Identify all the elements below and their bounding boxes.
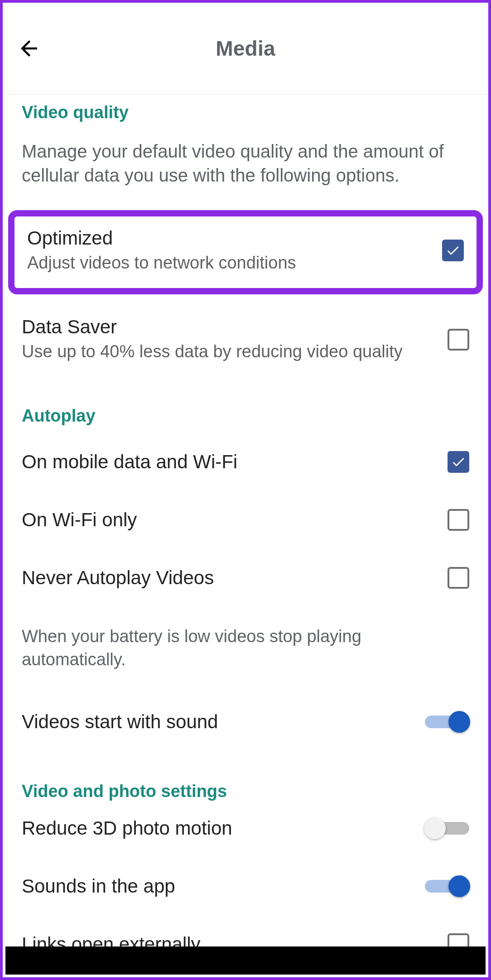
autoplay-wifi-only-label: On Wi-Fi only [22,509,438,531]
header: Media [3,3,488,95]
data-saver-checkbox[interactable] [448,329,469,351]
autoplay-mobile-wifi-row[interactable]: On mobile data and Wi-Fi [3,433,488,491]
autoplay-never-checkbox[interactable] [448,567,469,589]
reduce-3d-row[interactable]: Reduce 3D photo motion [3,808,488,857]
autoplay-mobile-wifi-label: On mobile data and Wi-Fi [22,451,438,473]
autoplay-hint: When your battery is low videos stop pla… [3,607,488,693]
section-vp-title: Video and photo settings [3,773,488,808]
data-saver-row[interactable]: Data Saver Use up to 40% less data by re… [3,303,488,375]
autoplay-wifi-only-checkbox[interactable] [448,509,469,531]
page-title: Media [3,36,488,61]
app-frame: Media Video quality Manage your default … [0,0,491,980]
videos-sound-switch[interactable] [425,712,469,732]
nav-bar [5,946,486,975]
check-icon [451,454,466,470]
back-button[interactable] [15,35,43,62]
section-video-quality-desc: Manage your default video quality and th… [3,130,488,210]
sounds-app-label: Sounds in the app [22,875,425,897]
optimized-title: Optimized [27,227,433,249]
videos-sound-row[interactable]: Videos start with sound [3,693,488,751]
reduce-3d-label: Reduce 3D photo motion [22,817,425,839]
data-saver-title: Data Saver [22,316,438,338]
reduce-3d-switch[interactable] [425,818,469,838]
sounds-app-row[interactable]: Sounds in the app [3,857,488,915]
optimized-row[interactable]: Optimized Adjust videos to network condi… [8,210,483,295]
arrow-left-icon [17,36,41,61]
autoplay-never-row[interactable]: Never Autoplay Videos [3,549,488,607]
data-saver-text: Data Saver Use up to 40% less data by re… [22,316,438,363]
section-autoplay-title: Autoplay [3,398,488,433]
optimized-checkbox[interactable] [442,240,464,261]
data-saver-sub: Use up to 40% less data by reducing vide… [22,341,438,363]
autoplay-never-label: Never Autoplay Videos [22,567,438,589]
autoplay-wifi-only-row[interactable]: On Wi-Fi only [3,491,488,549]
content: Video quality Manage your default video … [3,95,488,977]
optimized-text: Optimized Adjust videos to network condi… [27,227,433,274]
check-icon [445,243,461,258]
videos-sound-label: Videos start with sound [22,711,425,733]
optimized-sub: Adjust videos to network conditions [27,252,433,274]
autoplay-mobile-wifi-checkbox[interactable] [448,451,469,473]
section-video-quality-title: Video quality [3,95,488,130]
sounds-app-switch[interactable] [425,876,469,896]
